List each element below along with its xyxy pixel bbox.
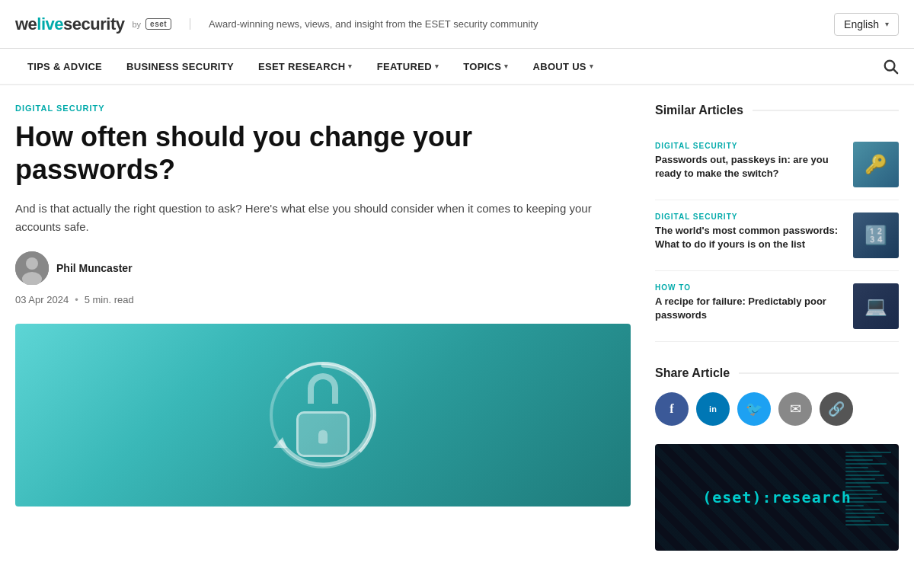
hero-image bbox=[15, 324, 631, 507]
header-left: welivesecurity by eset Award-winning new… bbox=[15, 14, 538, 34]
chevron-down-icon: ▾ bbox=[504, 62, 508, 70]
meta-dot: • bbox=[75, 294, 78, 305]
chevron-down-icon: ▾ bbox=[885, 20, 889, 28]
nav-item-tips[interactable]: TIPS & ADVICE bbox=[15, 50, 114, 85]
twitter-icon: 🐦 bbox=[746, 401, 762, 417]
similar-article-category: DIGITAL SECURITY bbox=[655, 213, 844, 221]
email-icon: ✉ bbox=[790, 401, 801, 417]
main-container: DIGITAL SECURITY How often should you ch… bbox=[0, 85, 914, 569]
similar-article-thumb: 🔑 bbox=[853, 142, 899, 187]
share-linkedin-button[interactable]: in bbox=[696, 392, 730, 426]
nav-item-business[interactable]: BUSINESS SECURITY bbox=[114, 50, 246, 85]
similar-article-category: HOW TO bbox=[655, 283, 844, 292]
similar-article-content: HOW TO A recipe for failure: Predictably… bbox=[655, 283, 844, 322]
site-header: welivesecurity by eset Award-winning new… bbox=[0, 0, 914, 49]
share-facebook-button[interactable]: f bbox=[655, 392, 689, 426]
share-icons-row: f in 🐦 ✉ 🔗 bbox=[655, 392, 899, 426]
linkedin-icon: in bbox=[709, 404, 717, 414]
computer-icon: 💻 bbox=[864, 296, 887, 317]
share-article-title: Share Article bbox=[655, 366, 899, 380]
decorative-lines bbox=[845, 452, 891, 543]
similar-article-thumb: 🔢 bbox=[853, 213, 899, 258]
chevron-down-icon: ▾ bbox=[435, 62, 439, 70]
eset-research-text: (eset):research bbox=[702, 488, 852, 507]
header-tagline: Award-winning news, views, and insight f… bbox=[190, 18, 538, 30]
similar-article-content: DIGITAL SECURITY The world's most common… bbox=[655, 213, 844, 251]
share-twitter-button[interactable]: 🐦 bbox=[737, 392, 771, 426]
similar-articles-section: Similar Articles DIGITAL SECURITY Passwo… bbox=[655, 104, 899, 342]
svg-point-3 bbox=[26, 257, 38, 270]
similar-article-item[interactable]: HOW TO A recipe for failure: Predictably… bbox=[655, 271, 899, 342]
share-article-section: Share Article f in 🐦 ✉ 🔗 bbox=[655, 366, 899, 426]
main-nav: TIPS & ADVICE BUSINESS SECURITY ESET RES… bbox=[0, 49, 914, 85]
article-category[interactable]: DIGITAL SECURITY bbox=[15, 104, 631, 113]
link-icon: 🔗 bbox=[828, 401, 845, 417]
similar-articles-title: Similar Articles bbox=[655, 104, 899, 117]
site-logo[interactable]: welivesecurity by eset bbox=[15, 14, 171, 34]
article-date: 03 Apr 2024 bbox=[15, 294, 69, 305]
chevron-down-icon: ▾ bbox=[590, 62, 593, 70]
article-title: How often should you change your passwor… bbox=[15, 120, 631, 186]
author-name[interactable]: Phil Muncaster bbox=[56, 262, 133, 274]
similar-article-title: A recipe for failure: Predictably poor p… bbox=[655, 295, 844, 322]
key-icon: 🔑 bbox=[864, 154, 887, 175]
nav-item-featured[interactable]: FEATURED ▾ bbox=[365, 50, 452, 85]
logo-text: welivesecurity bbox=[15, 14, 124, 34]
chevron-down-icon: ▾ bbox=[348, 62, 352, 70]
nav-item-research[interactable]: ESET RESEARCH ▾ bbox=[246, 50, 365, 85]
similar-article-thumb: 💻 bbox=[853, 283, 899, 329]
logo-by: by bbox=[132, 20, 141, 29]
language-selector[interactable]: English ▾ bbox=[834, 13, 899, 36]
facebook-icon: f bbox=[670, 402, 673, 416]
article-meta: 03 Apr 2024 • 5 min. read bbox=[15, 294, 631, 305]
similar-article-title: The world's most common passwords: What … bbox=[655, 224, 844, 251]
eset-badge: eset bbox=[145, 18, 171, 30]
nav-item-topics[interactable]: TOPICS ▾ bbox=[451, 50, 520, 85]
numbers-icon: 🔢 bbox=[864, 225, 887, 246]
svg-line-1 bbox=[893, 69, 897, 73]
article-subtitle: And is that actually the right question … bbox=[15, 200, 631, 236]
article-read-time: 5 min. read bbox=[85, 294, 134, 305]
similar-article-item[interactable]: DIGITAL SECURITY Passwords out, passkeys… bbox=[655, 129, 899, 200]
language-label: English bbox=[844, 18, 879, 30]
article-section: DIGITAL SECURITY How often should you ch… bbox=[15, 104, 631, 551]
nav-item-about[interactable]: ABOUT US ▾ bbox=[521, 50, 606, 85]
similar-article-item[interactable]: DIGITAL SECURITY The world's most common… bbox=[655, 200, 899, 271]
circular-arrow-icon bbox=[266, 358, 380, 472]
avatar[interactable] bbox=[15, 251, 49, 285]
eset-research-banner[interactable]: (eset):research bbox=[655, 444, 899, 551]
sidebar: Similar Articles DIGITAL SECURITY Passwo… bbox=[655, 104, 899, 551]
share-email-button[interactable]: ✉ bbox=[778, 392, 812, 426]
svg-marker-5 bbox=[273, 437, 287, 448]
search-button[interactable] bbox=[882, 58, 899, 75]
similar-article-category: DIGITAL SECURITY bbox=[655, 142, 844, 150]
nav-items: TIPS & ADVICE BUSINESS SECURITY ESET RES… bbox=[15, 49, 606, 84]
similar-article-title: Passwords out, passkeys in: are you read… bbox=[655, 153, 844, 181]
similar-article-content: DIGITAL SECURITY Passwords out, passkeys… bbox=[655, 142, 844, 181]
author-row: Phil Muncaster bbox=[15, 251, 631, 285]
share-link-button[interactable]: 🔗 bbox=[820, 392, 853, 426]
